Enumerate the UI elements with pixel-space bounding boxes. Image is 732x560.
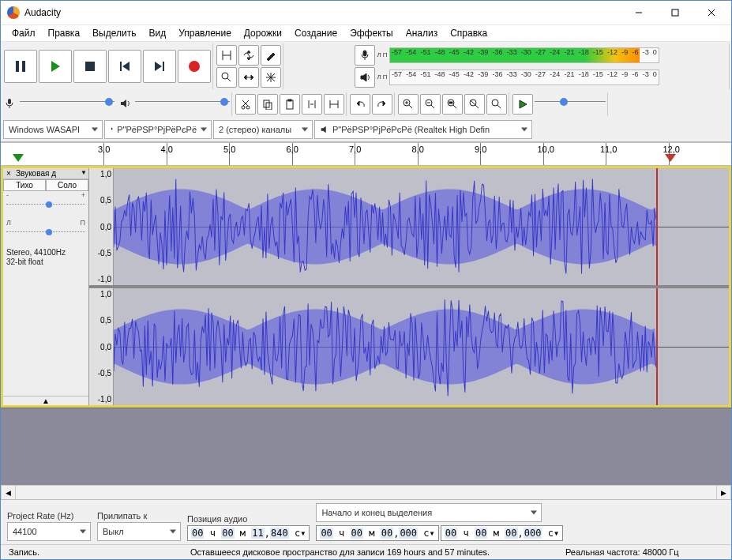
timeline-ruler[interactable]: 3,04,05,06,07,08,09,010,011,012,0 <box>1 142 731 166</box>
playback-volume-slider[interactable] <box>135 101 230 113</box>
speaker-icon <box>320 125 329 134</box>
recording-channels-dropdown[interactable]: 2 (стерео) каналы <box>213 120 313 139</box>
snap-to-dropdown[interactable]: Выкл <box>97 522 181 541</box>
recording-channels-value: 2 (стерео) каналы <box>219 125 291 134</box>
track-format-info: Stereo, 44100Hz32-bit float <box>3 246 88 269</box>
scroll-left-button[interactable]: ◀ <box>1 485 16 500</box>
svg-marker-32 <box>121 100 126 107</box>
svg-rect-4 <box>16 61 19 72</box>
waveform-left[interactable] <box>114 168 729 285</box>
audio-position-field[interactable]: 00 ч 00 м 11,840 с▾ <box>187 525 310 541</box>
svg-point-33 <box>242 106 245 109</box>
play-button[interactable] <box>39 50 72 83</box>
undo-button[interactable] <box>350 94 370 115</box>
play-meter-speaker-icon[interactable] <box>355 67 375 88</box>
multi-tool[interactable] <box>261 67 281 88</box>
solo-button[interactable]: Соло <box>46 179 88 191</box>
scroll-right-button[interactable]: ▶ <box>716 485 731 500</box>
selection-start-field[interactable]: 00 ч 00 м 00,000 с▾ <box>316 525 438 541</box>
zoom-toggle-button[interactable] <box>486 94 507 115</box>
maximize-button[interactable] <box>657 1 693 24</box>
svg-line-35 <box>243 100 249 106</box>
vertical-scale-right[interactable]: 1,00,50,0-0,5-1,0 <box>89 288 114 405</box>
zoom-out-button[interactable] <box>420 94 441 115</box>
zoom-tool[interactable] <box>216 67 237 88</box>
playback-device-dropdown[interactable]: Р"РёРЅР°РјРёРєРё (Realtek High Defin <box>314 120 532 139</box>
silence-button[interactable] <box>324 94 344 115</box>
device-toolbar: Windows WASAPI Р"РёРЅР°РјРёРєРё 2 (стере… <box>1 118 731 141</box>
menu-edit[interactable]: Правка <box>42 26 87 40</box>
play-at-speed-button[interactable] <box>512 94 533 115</box>
pan-left-label: Л <box>6 219 11 227</box>
menu-effect[interactable]: Эффекты <box>343 26 400 40</box>
selection-end-field[interactable]: 00 ч 00 м 00,000 с▾ <box>441 525 563 541</box>
recording-meter[interactable]: -57-54-51-48-45-42-39-36-33-30-27-24-21-… <box>389 47 659 63</box>
svg-point-62 <box>492 100 498 106</box>
waveform-right[interactable] <box>114 288 729 405</box>
pan-right-label: П <box>81 219 85 227</box>
record-button[interactable] <box>178 50 211 83</box>
track-collapse-button[interactable]: ▲ <box>3 396 88 405</box>
menu-select[interactable]: Выделить <box>86 26 142 40</box>
timeshift-tool[interactable] <box>238 67 259 88</box>
status-text: Запись. <box>9 547 190 557</box>
svg-rect-30 <box>8 99 11 104</box>
svg-rect-27 <box>363 51 366 56</box>
snap-to-label: Прилипать к <box>97 511 181 521</box>
close-button[interactable] <box>693 1 730 24</box>
pause-button[interactable] <box>4 50 37 83</box>
menu-view[interactable]: Вид <box>142 26 172 40</box>
menu-tracks[interactable]: Дорожки <box>238 26 288 40</box>
selection-mode-dropdown[interactable]: Начало и конец выделения <box>316 503 542 522</box>
track-menu-dropdown[interactable]: Звуковая д <box>14 168 88 179</box>
copy-button[interactable] <box>257 94 278 115</box>
toolbars: Л П -57-54-51-48-45-42-39-36-33-30-27-24… <box>1 42 731 142</box>
cut-button[interactable] <box>235 94 256 115</box>
menu-help[interactable]: Справка <box>444 26 494 40</box>
menu-transport[interactable]: Управление <box>172 26 238 40</box>
stop-button[interactable] <box>73 50 107 83</box>
mute-button[interactable]: Тихо <box>3 179 46 191</box>
svg-rect-65 <box>111 128 113 130</box>
zoom-selection-button[interactable] <box>442 94 463 115</box>
rec-meter-lr: Л П <box>377 52 388 58</box>
svg-marker-64 <box>520 100 527 108</box>
playback-head-icon[interactable] <box>13 154 24 162</box>
svg-rect-40 <box>288 100 291 101</box>
zoom-fit-button[interactable] <box>464 94 485 115</box>
playback-device-value: Р"РёРЅР°РјРёРєРё (Realtek High Defin <box>332 125 490 134</box>
recording-device-dropdown[interactable]: Р"РёРЅР°РјРёРєРё <box>104 120 212 139</box>
skip-end-button[interactable] <box>143 50 176 83</box>
disk-space-text: Оставшееся дисковое пространство для зап… <box>190 547 565 557</box>
track-close-button[interactable]: × <box>3 169 14 178</box>
skip-start-button[interactable] <box>108 50 141 83</box>
selection-tool[interactable] <box>216 45 237 66</box>
zoom-in-button[interactable] <box>398 94 419 115</box>
minimize-button[interactable] <box>621 1 657 24</box>
menu-analyze[interactable]: Анализ <box>400 26 445 40</box>
gain-slider[interactable] <box>6 204 85 214</box>
pan-slider[interactable] <box>6 231 85 242</box>
empty-track-area[interactable] <box>1 408 731 485</box>
envelope-tool[interactable] <box>238 45 259 66</box>
redo-button[interactable] <box>372 94 392 115</box>
menu-file[interactable]: Файл <box>6 26 42 40</box>
paste-button[interactable] <box>280 94 300 115</box>
record-head-icon[interactable] <box>665 154 676 162</box>
play-speed-slider[interactable] <box>535 101 606 113</box>
track-control-panel: × Звуковая д Тихо Соло -+ ЛП Stereo, 441… <box>3 168 89 405</box>
svg-marker-66 <box>321 126 326 133</box>
svg-line-60 <box>475 105 479 108</box>
project-rate-dropdown[interactable]: 44100 <box>7 522 91 541</box>
horizontal-scrollbar[interactable]: ◀ ▶ <box>1 485 731 499</box>
trim-button[interactable] <box>302 94 322 115</box>
draw-tool[interactable] <box>261 45 281 66</box>
playback-meter[interactable]: -57-54-51-48-45-42-39-36-33-30-27-24-21-… <box>389 70 659 85</box>
audio-host-dropdown[interactable]: Windows WASAPI <box>3 120 103 139</box>
channel-left: 1,00,50,0-0,5-1,0 <box>89 168 729 285</box>
vertical-scale-left[interactable]: 1,00,50,0-0,5-1,0 <box>89 168 114 285</box>
svg-line-50 <box>409 105 412 108</box>
rec-meter-mic-icon[interactable] <box>355 45 375 66</box>
recording-volume-slider[interactable] <box>20 101 114 113</box>
menu-generate[interactable]: Создание <box>288 26 343 40</box>
